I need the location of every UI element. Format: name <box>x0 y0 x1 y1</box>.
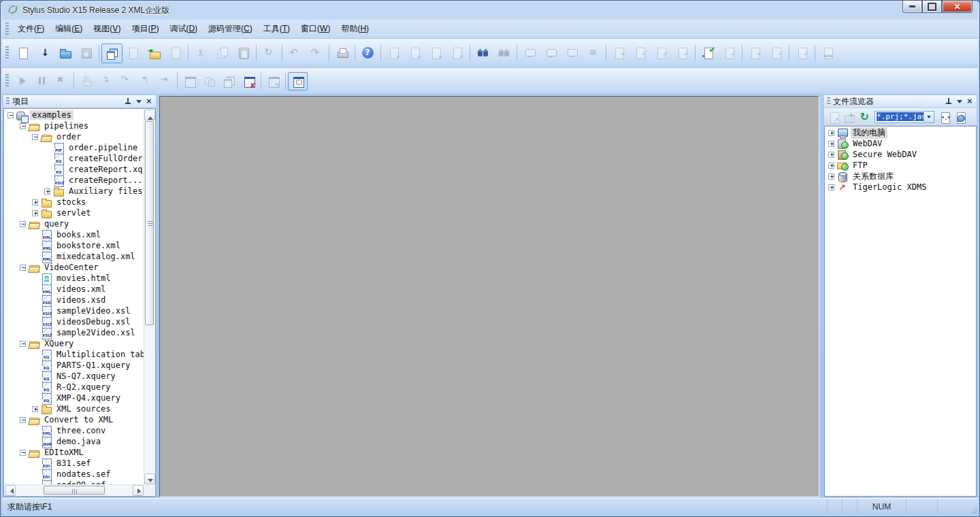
pin-icon[interactable] <box>943 97 953 106</box>
check-spelling-button[interactable] <box>766 44 787 63</box>
combo-dropdown-icon[interactable] <box>924 112 934 122</box>
window-options-button[interactable] <box>263 72 283 90</box>
go-to-button[interactable] <box>383 44 404 63</box>
stop-button[interactable] <box>52 72 71 90</box>
project-tree-item[interactable]: bookstore.xml <box>5 240 144 251</box>
validate-previous-button[interactable] <box>651 44 672 63</box>
synchronize-button[interactable] <box>259 44 280 63</box>
previous-bookmark-button[interactable] <box>561 44 583 63</box>
collapse-toggle-icon[interactable] <box>20 123 26 129</box>
panel-grip[interactable] <box>6 97 10 105</box>
project-tree-item[interactable]: 831.sef <box>5 458 144 469</box>
toolbar-grip[interactable] <box>5 46 9 60</box>
project-tree-item[interactable]: mixedcatalog.xml <box>5 251 144 262</box>
restore-icon[interactable] <box>922 1 942 13</box>
expand-toggle-icon[interactable] <box>828 163 834 169</box>
project-horizontal-scrollbar[interactable] <box>5 484 144 495</box>
undo-button[interactable] <box>284 44 306 63</box>
print-button[interactable] <box>331 44 353 63</box>
panel-close-icon[interactable] <box>144 97 154 106</box>
project-tree-item[interactable]: Convert to XML <box>5 414 144 425</box>
components-window-button[interactable] <box>199 72 219 90</box>
validate-with-schema-button[interactable] <box>791 44 813 63</box>
cascade-windows-button[interactable] <box>219 72 239 90</box>
panel-menu-icon[interactable] <box>133 97 144 106</box>
suspend-button[interactable] <box>76 72 96 90</box>
panel-close-icon[interactable] <box>965 97 975 106</box>
toggle-bookmark-button[interactable] <box>519 44 540 63</box>
project-tree-item[interactable]: three.conv <box>5 425 144 436</box>
project-tree-item[interactable]: examples <box>5 110 144 120</box>
new-document-button[interactable] <box>12 44 33 63</box>
collapse-toggle-icon[interactable] <box>32 134 38 140</box>
project-tree-item[interactable]: sampleVideo.xsl <box>5 305 144 316</box>
menubar-grip[interactable] <box>5 22 9 36</box>
forward-button[interactable] <box>425 44 446 63</box>
cut-button[interactable] <box>191 44 212 63</box>
project-tree-item[interactable]: NS-Q7.xquery <box>5 371 144 382</box>
project-tree-item[interactable]: Auxiliary files <box>5 186 144 197</box>
collapse-toggle-icon[interactable] <box>20 450 26 456</box>
expand-toggle-icon[interactable] <box>828 130 834 136</box>
clear-bookmarks-button[interactable] <box>583 44 604 63</box>
step-into-button[interactable] <box>96 72 116 90</box>
project-tree-item[interactable]: videos.xsd <box>5 295 144 305</box>
menu-item-p[interactable]: 项目(P) <box>126 20 164 37</box>
open-project-button[interactable] <box>144 44 165 63</box>
toggle-project-window-button[interactable] <box>101 44 122 63</box>
horizontal-scroll-thumb[interactable] <box>44 486 105 495</box>
step-out-button[interactable] <box>135 72 155 90</box>
project-tree-item[interactable]: order.pipeline <box>5 142 144 153</box>
redo-button[interactable] <box>306 44 327 63</box>
project-tree-item[interactable]: XML sources <box>5 403 144 414</box>
next-bookmark-button[interactable] <box>540 44 561 63</box>
validate-document-button[interactable] <box>608 44 630 63</box>
collapse-toggle-icon[interactable] <box>20 417 26 423</box>
find-next-button[interactable] <box>493 44 514 63</box>
project-tree-item[interactable]: order <box>5 131 144 142</box>
close-project-button[interactable] <box>122 44 144 63</box>
browser-tree-item[interactable]: 我的电脑 <box>826 127 975 138</box>
expand-toggle-icon[interactable] <box>32 210 38 216</box>
project-tree-item[interactable]: R-Q2.xquery <box>5 382 144 393</box>
minimize-icon[interactable] <box>902 1 922 13</box>
copy-button[interactable] <box>212 44 233 63</box>
project-tree-item[interactable]: VideoCenter <box>5 262 144 273</box>
menu-item-c[interactable]: 源码管理(C) <box>203 20 258 37</box>
vertical-scroll-thumb[interactable] <box>145 121 154 325</box>
run-to-cursor-button[interactable] <box>155 72 175 90</box>
save-button[interactable] <box>76 44 97 63</box>
panel-menu-icon[interactable] <box>954 97 964 106</box>
run-button[interactable] <box>12 72 32 90</box>
open-url-button[interactable] <box>33 44 54 63</box>
browser-tree-item[interactable]: Secure WebDAV <box>826 149 975 160</box>
project-tree-item[interactable]: stocks <box>5 197 144 207</box>
panel-grip[interactable] <box>827 97 830 105</box>
file-filter-combo[interactable]: *.prj;*.java;* <box>875 111 934 123</box>
scroll-left-icon[interactable] <box>5 485 16 496</box>
menu-item-e[interactable]: 编辑(E) <box>50 20 88 37</box>
step-over-button[interactable] <box>116 72 135 90</box>
project-tree-item[interactable]: PARTS-Q1.xquery <box>5 360 144 371</box>
project-tree-item[interactable]: EDItoXML <box>5 447 144 458</box>
menu-item-d[interactable]: 调试(D) <box>164 20 203 37</box>
project-vertical-scrollbar[interactable] <box>144 110 154 484</box>
collapse-toggle-icon[interactable] <box>20 341 26 347</box>
browser-tree-item[interactable]: WebDAV <box>826 138 975 149</box>
project-tree-item[interactable]: sample2Video.xsl <box>5 327 144 338</box>
file-properties-button[interactable] <box>952 110 968 124</box>
browser-tree-item[interactable]: 关系数据库 <box>826 171 975 182</box>
collapse-toggle-icon[interactable] <box>20 265 26 271</box>
resize-grip[interactable] <box>968 499 978 515</box>
expand-toggle-icon[interactable] <box>828 152 834 158</box>
validate-next-button[interactable] <box>630 44 651 63</box>
scroll-right-icon[interactable] <box>133 485 144 496</box>
find-button[interactable] <box>472 44 493 63</box>
custom-file-filter-button[interactable] <box>936 110 952 124</box>
pack-project-button[interactable] <box>165 44 186 63</box>
help-button[interactable] <box>357 44 378 63</box>
project-tree-item[interactable]: query <box>5 218 144 229</box>
validate-executable-button[interactable] <box>817 44 838 63</box>
project-tree-item[interactable]: XQuery <box>5 338 144 349</box>
project-tree-item[interactable]: books.xml <box>5 229 144 240</box>
